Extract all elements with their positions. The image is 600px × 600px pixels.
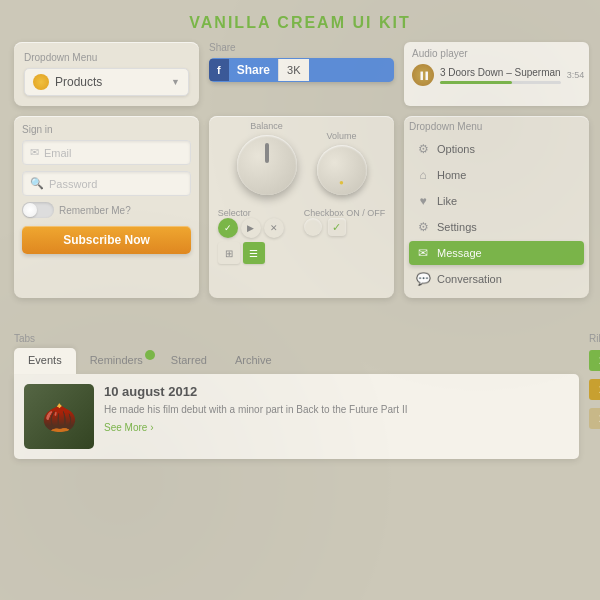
- menu-message-label: Message: [437, 247, 482, 259]
- event-thumbnail: [24, 384, 94, 449]
- balance-label: Balance: [250, 121, 283, 131]
- checkbox-off[interactable]: [304, 218, 322, 236]
- volume-knob[interactable]: [317, 145, 367, 195]
- list-view-btn[interactable]: ☰: [243, 242, 265, 264]
- toggle-knob: [23, 203, 37, 217]
- balance-knob[interactable]: [237, 135, 297, 195]
- tab-archive[interactable]: Archive: [221, 348, 286, 374]
- menu-item-message[interactable]: ✉ Message: [409, 241, 584, 265]
- page-title: VANILLA CREAM UI KIT: [0, 0, 600, 42]
- tabs-label: Tabs: [14, 333, 579, 344]
- share-button-label: Share: [229, 58, 278, 82]
- balance-knob-group: Balance: [237, 121, 297, 195]
- event-date: 10 august 2012: [104, 384, 569, 399]
- ribbons-label: Ribbons: [589, 333, 600, 344]
- ribbon-item-1: 10 December 2012: [589, 350, 600, 371]
- dropdown-icon: [33, 74, 49, 90]
- checkbox-on[interactable]: [328, 218, 346, 236]
- dropdown-box[interactable]: Products ▼: [24, 68, 189, 96]
- menu-item-home[interactable]: ⌂ Home: [409, 163, 584, 187]
- selector-play-btn[interactable]: ▶: [241, 218, 261, 238]
- selector-check-btn[interactable]: ✓: [218, 218, 238, 238]
- conversation-icon: 💬: [416, 272, 430, 286]
- share-count: 3K: [278, 59, 308, 81]
- audio-progress-bar[interactable]: [440, 81, 561, 84]
- checkbox-label: Checkbox ON / OFF: [304, 208, 386, 218]
- audio-panel: Audio player 3 Doors Down – Superman 3:5…: [404, 42, 589, 106]
- gear-icon: ⚙: [416, 142, 430, 156]
- ribbon-green[interactable]: 10 December 2012: [589, 350, 600, 371]
- selector-close-btn[interactable]: ✕: [264, 218, 284, 238]
- facebook-icon: f: [209, 59, 229, 81]
- email-field[interactable]: ✉ Email: [22, 140, 191, 165]
- tab-reminders[interactable]: Reminders: [76, 348, 157, 374]
- volume-label: Volume: [326, 131, 356, 141]
- event-info: 10 august 2012 He made his film debut wi…: [104, 384, 569, 449]
- chevron-down-icon: ▼: [171, 77, 180, 87]
- share-label: Share: [209, 42, 394, 53]
- menu-settings-label: Settings: [437, 221, 477, 233]
- ribbon-item-2: 10 December 2012: [589, 379, 600, 400]
- password-placeholder: Password: [49, 178, 97, 190]
- menu-item-conversation[interactable]: 💬 Conversation: [409, 267, 584, 291]
- heart-icon: ♥: [416, 194, 430, 208]
- dropdown-value: Products: [55, 75, 171, 89]
- event-card: 10 august 2012 He made his film debut wi…: [24, 384, 569, 449]
- share-button[interactable]: f Share 3K: [209, 58, 394, 82]
- signin-panel: Sign in ✉ Email 🔍 Password Remember Me? …: [14, 116, 199, 298]
- see-more-link[interactable]: See More ›: [104, 422, 569, 433]
- password-field[interactable]: 🔍 Password: [22, 171, 191, 196]
- volume-knob-group: Volume: [317, 131, 367, 195]
- menu-item-options[interactable]: ⚙ Options: [409, 137, 584, 161]
- audio-title: 3 Doors Down – Superman: [440, 67, 561, 78]
- reminders-badge: [145, 350, 155, 360]
- tab-starred[interactable]: Starred: [157, 348, 221, 374]
- tabs-content: 10 august 2012 He made his film debut wi…: [14, 374, 579, 459]
- menu-conversation-label: Conversation: [437, 273, 502, 285]
- subscribe-button[interactable]: Subscribe Now: [22, 226, 191, 254]
- remember-toggle[interactable]: [22, 202, 54, 218]
- dropdown-menu-panel: Dropdown Menu ⚙ Options ⌂ Home ♥ Like ⚙ …: [404, 116, 589, 298]
- signin-label: Sign in: [22, 124, 191, 135]
- audio-progress-fill: [440, 81, 512, 84]
- menu-like-label: Like: [437, 195, 457, 207]
- lock-icon: 🔍: [30, 177, 44, 190]
- audio-play-button[interactable]: [412, 64, 434, 86]
- menu-home-label: Home: [437, 169, 466, 181]
- audio-label: Audio player: [412, 48, 581, 59]
- dropdown-label: Dropdown Menu: [24, 52, 189, 63]
- event-description: He made his film debut with a minor part…: [104, 403, 569, 417]
- email-placeholder: Email: [44, 147, 72, 159]
- knobs-panel: Balance Volume Selector ✓ ▶ ✕ ⊞ ☰: [209, 116, 394, 298]
- email-icon: ✉: [30, 146, 39, 159]
- menu-item-like[interactable]: ♥ Like: [409, 189, 584, 213]
- grid-view-btn[interactable]: ⊞: [218, 242, 240, 264]
- ribbon-tan[interactable]: 10 December 2012: [589, 408, 600, 429]
- ribbon-gold[interactable]: 10 December 2012: [589, 379, 600, 400]
- dropdown-menu-label: Dropdown Menu: [409, 121, 584, 132]
- tabs-bar: Events Reminders Starred Archive: [14, 348, 579, 374]
- menu-item-settings[interactable]: ⚙ Settings: [409, 215, 584, 239]
- selector-label: Selector: [218, 208, 284, 218]
- tab-events[interactable]: Events: [14, 348, 76, 374]
- settings-icon: ⚙: [416, 220, 430, 234]
- remember-label: Remember Me?: [59, 205, 131, 216]
- share-panel: Share f Share 3K: [209, 42, 394, 106]
- dropdown-panel: Dropdown Menu Products ▼: [14, 42, 199, 106]
- ribbon-item-3: 10 December 2012: [589, 408, 600, 429]
- audio-info: 3 Doors Down – Superman: [440, 67, 561, 84]
- audio-time: 3:54: [567, 70, 585, 80]
- remember-row: Remember Me?: [22, 202, 191, 218]
- home-icon: ⌂: [416, 168, 430, 182]
- tabs-section: Tabs Events Reminders Starred Archive 10…: [14, 333, 579, 459]
- ribbons-section: Ribbons 10 December 2012 10 December 201…: [589, 333, 600, 459]
- menu-options-label: Options: [437, 143, 475, 155]
- message-icon: ✉: [416, 246, 430, 260]
